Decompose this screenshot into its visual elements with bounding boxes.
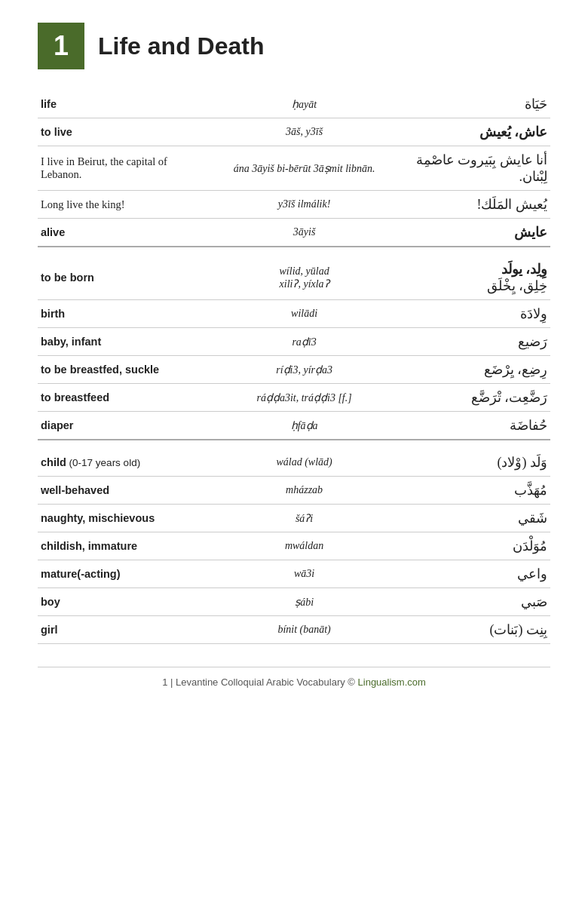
transliteration-cell: wílid, yūladxiliʔ, yíxlaʔ <box>212 247 397 300</box>
english-cell: I live in Beirut, the capital of Lebanon… <box>38 146 212 191</box>
table-row: well-behavedmházzabمُهَذَّب <box>38 477 550 505</box>
english-cell: diaper <box>38 412 212 440</box>
english-cell: to be breastfed, suckle <box>38 356 212 384</box>
table-row: I live in Beirut, the capital of Lebanon… <box>38 146 550 191</box>
english-bold: girl <box>41 624 58 636</box>
english-cell: girl <box>38 616 212 644</box>
table-row: boyṣábiصَبي <box>38 588 550 616</box>
transliteration-cell: ráḍḍa3it, tráḍḍi3 [f.] <box>212 384 397 412</box>
transliteration-cell: ána 3āyiš bi-bērūt 3āṣmit libnān. <box>212 146 397 191</box>
english-bold: diaper <box>41 419 74 431</box>
chapter-number: 1 <box>38 23 84 69</box>
english-cell: mature(-acting) <box>38 560 212 588</box>
arabic-bold: عاش، يُعيش <box>479 124 548 140</box>
arabic-cell: مُوَلْدَن <box>397 532 550 560</box>
table-row: to be breastfed, suckleríḍi3, yírḍa3رِضِ… <box>38 356 550 384</box>
table-row: birthwilādiوِلادَة <box>38 300 550 328</box>
arabic-cell: واعي <box>397 560 550 588</box>
english-cell: boy <box>38 588 212 616</box>
arabic-cell: أنا عايش بِبَيروت عاصْمِة لِبْنان. <box>397 146 550 191</box>
arabic-cell: يُعيش المَلَك! <box>397 191 550 219</box>
arabic-cell: وَلَد (وْلاد) <box>397 440 550 477</box>
english-cell: alive <box>38 219 212 247</box>
table-row: diaperḥfāḍaحُفاضَة <box>38 412 550 440</box>
transliteration-cell: y3īš ilmálik! <box>212 191 397 219</box>
table-row: Long live the king!y3īš ilmálik!يُعيش ال… <box>38 191 550 219</box>
transliteration-cell: wā3i <box>212 560 397 588</box>
arabic-bold: عايش <box>514 225 547 240</box>
english-bold: alive <box>41 226 65 238</box>
english-cell: childish, immature <box>38 532 212 560</box>
english-bold: boy <box>41 596 60 608</box>
transliteration-cell: šáʔi <box>212 505 397 532</box>
transliteration-cell: raḍī3 <box>212 328 397 356</box>
english-bold: childish, immature <box>41 540 137 552</box>
arabic-cell: شَقي <box>397 505 550 532</box>
transliteration-cell: wilādi <box>212 300 397 328</box>
footer-text: | Levantine Colloquial Arabic Vocabulary… <box>167 676 357 688</box>
table-row: girlbínit (banāt)بِنِت (بَنات) <box>38 616 550 644</box>
english-bold: child <box>41 456 66 468</box>
english-bold: birth <box>41 308 65 320</box>
arabic-cell: صَبي <box>397 588 550 616</box>
table-row: to be bornwílid, yūladxiliʔ, yíxlaʔوِلِد… <box>38 247 550 300</box>
table-row: childish, immaturemwáldanمُوَلْدَن <box>38 532 550 560</box>
transliteration-cell: ṣábi <box>212 588 397 616</box>
arabic-cell: رِضِع، يِرْضَع <box>397 356 550 384</box>
arabic-cell: حُفاضَة <box>397 412 550 440</box>
table-row: naughty, mischievousšáʔiشَقي <box>38 505 550 532</box>
english-cell: birth <box>38 300 212 328</box>
transliteration-cell: ríḍi3, yírḍa3 <box>212 356 397 384</box>
english-cell: to breastfeed <box>38 384 212 412</box>
english-bold: to be born <box>41 272 94 284</box>
english-bold: mature(-acting) <box>41 568 121 580</box>
table-row: child (0-17 years old)wálad (wlād)وَلَد … <box>38 440 550 477</box>
table-row: baby, infantraḍī3رَضيع <box>38 328 550 356</box>
english-cell: to live <box>38 118 212 146</box>
table-row: mature(-acting)wā3iواعي <box>38 560 550 588</box>
transliteration-cell: 3āš, y3īš <box>212 118 397 146</box>
english-bold: baby, infant <box>41 336 101 348</box>
transliteration-cell: ḥfāḍa <box>212 412 397 440</box>
english-bold: to breastfeed <box>41 391 109 403</box>
english-note: (0-17 years old) <box>66 457 140 468</box>
transliteration-cell: wálad (wlād) <box>212 440 397 477</box>
transliteration-cell: mwáldan <box>212 532 397 560</box>
arabic-cell: وِلادَة <box>397 300 550 328</box>
vocab-table: lifeḥayātحَيَاةto live3āš, y3īšعاش، يُعي… <box>38 90 550 644</box>
english-cell: life <box>38 90 212 118</box>
arabic-cell: مُهَذَّب <box>397 477 550 505</box>
page-header: 1 Life and Death <box>38 23 550 69</box>
english-cell: well-behaved <box>38 477 212 505</box>
transliteration-cell: 3āyiš <box>212 219 397 247</box>
transliteration-cell: ḥayāt <box>212 90 397 118</box>
footer-link[interactable]: Lingualism.com <box>358 676 426 688</box>
arabic-cell: رَضيع <box>397 328 550 356</box>
english-cell: baby, infant <box>38 328 212 356</box>
english-bold: naughty, mischievous <box>41 512 155 524</box>
table-row: alive3āyišعايش <box>38 219 550 247</box>
english-bold: well-behaved <box>41 484 109 496</box>
table-row: to breastfeedráḍḍa3it, tráḍḍi3 [f.]رَضَّ… <box>38 384 550 412</box>
chapter-title: Life and Death <box>98 32 264 60</box>
transliteration-cell: bínit (banāt) <box>212 616 397 644</box>
english-cell: child (0-17 years old) <box>38 440 212 477</box>
english-cell: Long live the king! <box>38 191 212 219</box>
arabic-cell: بِنِت (بَنات) <box>397 616 550 644</box>
arabic-cell: وِلِد، يولَدخِلِق، يِخْلَق <box>397 247 550 300</box>
arabic-cell: عايش <box>397 219 550 247</box>
english-cell: naughty, mischievous <box>38 505 212 532</box>
english-cell: to be born <box>38 247 212 300</box>
table-row: to live3āš, y3īšعاش، يُعيش <box>38 118 550 146</box>
arabic-cell: عاش، يُعيش <box>397 118 550 146</box>
transliteration-cell: mházzab <box>212 477 397 505</box>
english-bold: to be breastfed, suckle <box>41 364 159 376</box>
arabic-cell: حَيَاة <box>397 90 550 118</box>
english-bold: to live <box>41 126 72 138</box>
english-bold: life <box>41 98 57 110</box>
arabic-cell: رَضَّعِت، تْرَضَّع <box>397 384 550 412</box>
table-row: lifeḥayātحَيَاة <box>38 90 550 118</box>
page-footer: 1 | Levantine Colloquial Arabic Vocabula… <box>38 667 550 688</box>
